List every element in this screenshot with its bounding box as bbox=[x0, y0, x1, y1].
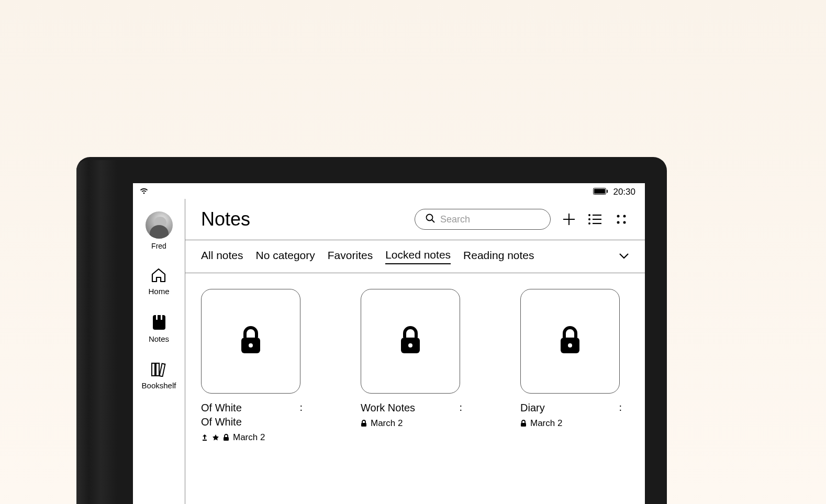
status-bar: 20:30 bbox=[133, 183, 645, 199]
svg-rect-32 bbox=[521, 423, 526, 427]
home-icon bbox=[151, 268, 166, 285]
battery-icon bbox=[593, 187, 608, 197]
add-button[interactable] bbox=[561, 211, 577, 227]
note-title: Of White bbox=[201, 401, 299, 415]
note-more-button[interactable]: ·· bbox=[619, 401, 622, 411]
tabs-expand[interactable] bbox=[619, 252, 629, 261]
note-meta: March 2 bbox=[201, 432, 303, 443]
bookshelf-icon bbox=[151, 362, 168, 379]
star-icon bbox=[212, 434, 219, 441]
main-content: Notes bbox=[185, 199, 645, 504]
device-frame: 20:30 Fred Home Notes bbox=[76, 157, 667, 504]
nav-home[interactable]: Home bbox=[148, 268, 169, 296]
svg-point-13 bbox=[588, 214, 590, 216]
lock-small-icon bbox=[223, 434, 229, 441]
svg-point-19 bbox=[617, 215, 620, 218]
sidebar: Fred Home Notes B bbox=[133, 199, 185, 504]
note-title: Diary bbox=[520, 401, 619, 415]
svg-rect-1 bbox=[594, 189, 605, 194]
note-title: Work Notes bbox=[361, 401, 459, 415]
note-date: March 2 bbox=[371, 418, 403, 429]
notes-icon bbox=[152, 315, 166, 332]
note-date: March 2 bbox=[530, 418, 562, 429]
avatar[interactable] bbox=[146, 211, 173, 239]
nav-notes-label: Notes bbox=[149, 334, 169, 343]
note-card[interactable]: Diary ·· March 2 bbox=[520, 289, 622, 443]
notes-grid: Of White Of White ·· March 2 bbox=[185, 273, 645, 458]
svg-point-9 bbox=[427, 215, 433, 221]
svg-rect-29 bbox=[361, 423, 366, 427]
page-title: Notes bbox=[201, 208, 250, 230]
more-button[interactable] bbox=[613, 211, 629, 227]
nav-bookshelf[interactable]: Bookshelf bbox=[142, 362, 176, 390]
search-box[interactable] bbox=[415, 209, 551, 230]
search-icon bbox=[426, 214, 435, 225]
note-date: March 2 bbox=[233, 432, 265, 443]
tabs: All notes No category Favorites Locked n… bbox=[185, 240, 645, 273]
svg-rect-7 bbox=[156, 363, 159, 376]
tab-reading-notes[interactable]: Reading notes bbox=[463, 249, 534, 264]
tab-favorites[interactable]: Favorites bbox=[328, 249, 373, 264]
svg-point-31 bbox=[568, 343, 572, 348]
svg-point-15 bbox=[588, 218, 590, 220]
device-spine bbox=[76, 160, 117, 504]
wifi-icon bbox=[139, 187, 149, 197]
svg-rect-3 bbox=[153, 315, 165, 330]
svg-point-20 bbox=[623, 215, 626, 218]
svg-rect-8 bbox=[159, 364, 165, 377]
svg-rect-5 bbox=[161, 315, 162, 320]
note-more-button[interactable]: ·· bbox=[299, 401, 303, 411]
tab-no-category[interactable]: No category bbox=[256, 249, 315, 264]
svg-point-22 bbox=[623, 221, 626, 224]
search-input[interactable] bbox=[440, 214, 562, 225]
note-meta: March 2 bbox=[361, 418, 463, 429]
list-view-button[interactable] bbox=[587, 211, 603, 227]
lock-small-icon bbox=[361, 420, 367, 427]
nav-home-label: Home bbox=[148, 287, 169, 296]
svg-point-28 bbox=[408, 343, 412, 348]
svg-point-21 bbox=[617, 221, 620, 224]
note-meta: March 2 bbox=[520, 418, 622, 429]
header: Notes bbox=[185, 199, 645, 240]
svg-point-17 bbox=[588, 222, 590, 225]
nav-notes[interactable]: Notes bbox=[149, 315, 169, 343]
svg-rect-2 bbox=[607, 190, 608, 193]
note-subtitle: Of White bbox=[201, 415, 299, 429]
note-card[interactable]: Work Notes ·· March 2 bbox=[361, 289, 463, 443]
username: Fred bbox=[151, 242, 166, 250]
svg-rect-6 bbox=[152, 363, 155, 376]
sync-icon bbox=[201, 434, 208, 441]
tab-all-notes[interactable]: All notes bbox=[201, 249, 243, 264]
lock-icon bbox=[239, 326, 262, 356]
status-time: 20:30 bbox=[613, 187, 635, 197]
note-thumbnail[interactable] bbox=[201, 289, 300, 394]
svg-rect-4 bbox=[156, 315, 158, 320]
note-more-button[interactable]: ·· bbox=[459, 401, 463, 411]
svg-rect-25 bbox=[203, 440, 207, 441]
svg-line-10 bbox=[432, 220, 434, 222]
svg-point-24 bbox=[249, 343, 253, 348]
nav-bookshelf-label: Bookshelf bbox=[142, 381, 176, 390]
note-thumbnail[interactable] bbox=[520, 289, 620, 394]
note-thumbnail[interactable] bbox=[361, 289, 460, 394]
note-card[interactable]: Of White Of White ·· March 2 bbox=[201, 289, 303, 443]
svg-rect-26 bbox=[224, 437, 229, 441]
tab-locked-notes[interactable]: Locked notes bbox=[385, 249, 451, 264]
lock-small-icon bbox=[520, 420, 527, 427]
lock-icon bbox=[399, 326, 422, 356]
lock-icon bbox=[559, 326, 582, 356]
device-screen: 20:30 Fred Home Notes bbox=[133, 183, 645, 504]
